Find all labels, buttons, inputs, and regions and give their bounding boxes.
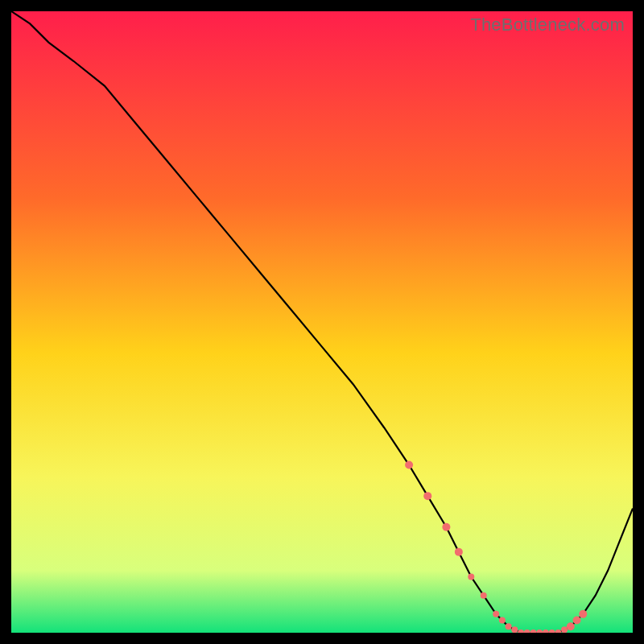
chart-svg xyxy=(11,11,633,633)
chart-frame: TheBottleneck.com xyxy=(11,11,633,633)
scatter-point xyxy=(499,617,506,624)
scatter-point xyxy=(468,574,474,580)
scatter-point xyxy=(423,492,431,500)
scatter-point xyxy=(561,626,568,633)
scatter-point xyxy=(579,610,587,618)
scatter-point xyxy=(506,623,512,630)
scatter-point xyxy=(511,626,518,633)
scatter-point xyxy=(493,611,499,617)
scatter-point xyxy=(455,548,463,556)
gradient-background xyxy=(11,11,633,633)
scatter-point xyxy=(442,523,450,531)
scatter-point xyxy=(481,592,487,599)
scatter-point xyxy=(405,461,413,469)
scatter-point xyxy=(573,617,581,625)
scatter-point xyxy=(567,622,575,630)
watermark-text: TheBottleneck.com xyxy=(470,14,625,35)
